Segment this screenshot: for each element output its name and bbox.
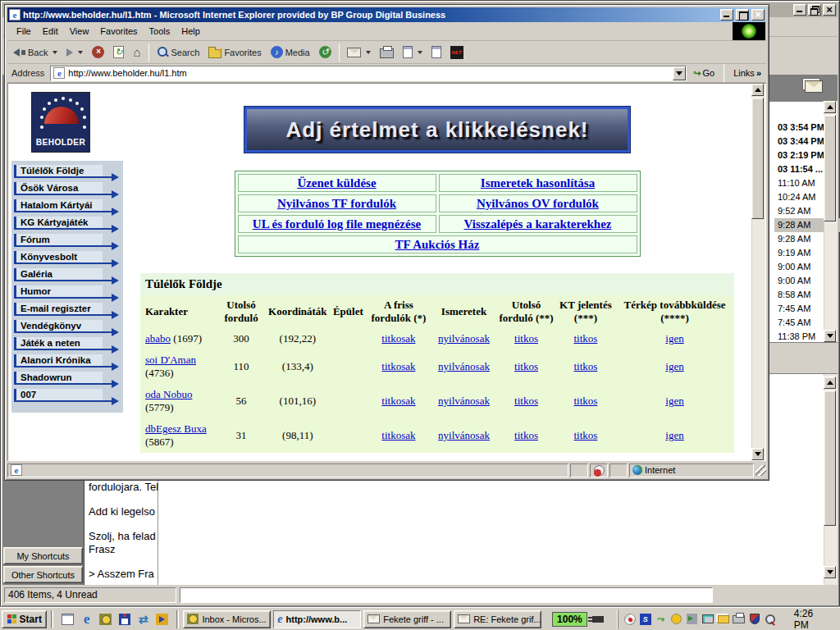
net-button[interactable]: NET bbox=[446, 43, 468, 62]
link-ismeretek-hasonlitasa[interactable]: Ismeretek hasonlítása bbox=[481, 176, 595, 189]
character-link[interactable]: dbEgesz Buxa bbox=[145, 422, 207, 435]
discuss-button[interactable] bbox=[427, 43, 445, 61]
links-chevron-icon[interactable]: » bbox=[756, 68, 761, 78]
knowledge-link[interactable]: nyilvánosak bbox=[438, 332, 490, 345]
character-link[interactable]: ababo bbox=[145, 332, 171, 345]
character-link[interactable]: soi D'Aman bbox=[145, 354, 196, 366]
lastturn-link[interactable]: titkos bbox=[514, 429, 538, 441]
edit-dropdown-icon[interactable] bbox=[418, 51, 422, 54]
map-link[interactable]: igen bbox=[665, 332, 683, 345]
hardware-eject-icon[interactable] bbox=[686, 613, 699, 626]
report-link[interactable]: titkos bbox=[573, 395, 597, 407]
nav-007[interactable]: 007 bbox=[14, 389, 103, 402]
link-uzenet-kuldese[interactable]: Üzenet küldése bbox=[297, 176, 376, 189]
forward-button[interactable] bbox=[62, 46, 87, 59]
report-link[interactable]: titkos bbox=[573, 332, 597, 345]
ie-titlebar[interactable]: e http://www.beholder.hu/l1.htm - Micros… bbox=[7, 7, 766, 22]
stop-button[interactable]: × bbox=[88, 43, 108, 61]
my-shortcuts-button[interactable]: My Shortcuts bbox=[3, 547, 83, 564]
outlook-icon[interactable] bbox=[98, 612, 112, 626]
maximize-button[interactable] bbox=[736, 9, 749, 21]
back-button[interactable]: Back bbox=[9, 45, 62, 60]
lastturn-link[interactable]: titkos bbox=[514, 360, 538, 372]
link-nyilvanos-tf-fordulok[interactable]: Nyilvános TF fordulók bbox=[277, 197, 396, 210]
knowledge-link[interactable]: nyilvánosak bbox=[438, 360, 490, 372]
nav-email-regiszter[interactable]: E-mail regiszter bbox=[14, 303, 103, 316]
search-button[interactable]: Search bbox=[153, 43, 204, 61]
back-dropdown-icon[interactable] bbox=[52, 51, 57, 54]
home-button[interactable]: ⌂ bbox=[129, 44, 144, 61]
fan-icon[interactable] bbox=[623, 613, 637, 626]
scroll-down-icon[interactable] bbox=[824, 330, 836, 342]
report-link[interactable]: titkos bbox=[573, 429, 597, 441]
forward-dropdown-icon[interactable] bbox=[78, 51, 83, 54]
report-link[interactable]: titkos bbox=[573, 360, 597, 372]
message-list-scrollbar[interactable] bbox=[824, 101, 838, 342]
mail-button[interactable] bbox=[343, 45, 375, 60]
nav-alanori-kronika[interactable]: Alanori Krónika bbox=[14, 354, 103, 368]
compose-mail-icon[interactable] bbox=[61, 612, 75, 626]
map-link[interactable]: igen bbox=[665, 395, 683, 407]
nav-humor[interactable]: Humor bbox=[14, 285, 103, 299]
mail-dropdown-icon[interactable] bbox=[366, 51, 371, 54]
internet-explorer-icon[interactable]: e bbox=[80, 612, 94, 626]
task-button-ie-active[interactable]: ehttp://www.b... bbox=[273, 610, 361, 628]
nav-osok-varosa[interactable]: Ősök Városa bbox=[14, 182, 103, 195]
media-player-icon[interactable] bbox=[155, 612, 169, 626]
minimize-button[interactable] bbox=[720, 9, 733, 21]
link-tf-aukcios-haz[interactable]: TF Aukciós Ház bbox=[395, 238, 480, 251]
favorites-button[interactable]: ★Favorites bbox=[204, 44, 265, 61]
scrollbar-thumb[interactable] bbox=[751, 98, 764, 219]
connection-icon[interactable]: ⤳ bbox=[655, 613, 668, 626]
close-button[interactable] bbox=[751, 9, 765, 21]
menu-file[interactable]: File bbox=[11, 24, 37, 39]
program-icon[interactable]: S bbox=[639, 613, 652, 626]
outlook-close-button[interactable] bbox=[823, 4, 836, 16]
knowledge-link[interactable]: nyilvánosak bbox=[438, 429, 490, 441]
links-toolbar[interactable]: Links» bbox=[730, 68, 765, 78]
preview-scrollbar[interactable] bbox=[824, 374, 838, 585]
fresh-link[interactable]: titkosak bbox=[381, 429, 415, 441]
menu-tools[interactable]: Tools bbox=[144, 24, 176, 39]
beholder-logo[interactable]: BEHOLDER bbox=[31, 92, 90, 153]
nav-vendegkonyv[interactable]: Vendégkönyv bbox=[14, 320, 103, 333]
character-link[interactable]: oda Nobuo bbox=[145, 388, 192, 400]
task-button-fekete-griff[interactable]: Fekete griff - ... bbox=[363, 610, 451, 628]
nav-shadowrun[interactable]: Shadowrun bbox=[14, 372, 103, 385]
magnifier-icon[interactable] bbox=[764, 613, 777, 626]
start-button[interactable]: Start bbox=[2, 610, 47, 628]
nav-forum[interactable]: Fórum bbox=[14, 234, 103, 247]
page-scrollbar[interactable] bbox=[751, 84, 765, 460]
scroll-down-icon[interactable] bbox=[751, 448, 764, 460]
go-button[interactable]: ↪Go bbox=[690, 66, 718, 80]
resize-grip[interactable] bbox=[756, 465, 766, 476]
scrollbar-thumb[interactable] bbox=[824, 390, 836, 526]
link-ul-log-file[interactable]: UL és forduló log file megnézése bbox=[253, 217, 421, 231]
nav-kg-kartyajatek[interactable]: KG Kártyajáték bbox=[14, 217, 103, 230]
history-button[interactable]: ↺ bbox=[315, 43, 336, 61]
taskbar-clock[interactable]: 4:26 PM bbox=[794, 608, 838, 630]
link-visszalepes[interactable]: Visszalépés a karakterekhez bbox=[464, 217, 612, 231]
floppy-save-icon[interactable] bbox=[117, 612, 131, 626]
menu-favorites[interactable]: Favorites bbox=[94, 24, 143, 39]
banner[interactable]: Adj értelmet a klikkelésnek! bbox=[244, 107, 630, 153]
print-button[interactable] bbox=[376, 43, 398, 61]
messenger-icon[interactable] bbox=[670, 613, 683, 626]
outlook-restore-button[interactable] bbox=[808, 4, 821, 16]
fresh-link[interactable]: titkosak bbox=[381, 395, 415, 407]
refresh-button[interactable]: ↻ bbox=[109, 43, 128, 61]
menu-help[interactable]: Help bbox=[176, 24, 206, 39]
address-input[interactable]: e http://www.beholder.hu/l1.htm bbox=[50, 66, 687, 81]
printer-icon[interactable] bbox=[733, 613, 746, 626]
link-nyilvanos-ov-fordulok[interactable]: Nyilvános OV fordulók bbox=[477, 197, 599, 210]
other-shortcuts-button[interactable]: Other Shortcuts bbox=[3, 566, 83, 583]
nav-galeria[interactable]: Galéria bbox=[14, 268, 103, 281]
antivirus-shield-icon[interactable] bbox=[748, 613, 761, 626]
address-dropdown-icon[interactable] bbox=[673, 66, 686, 80]
nav-konyvesbolt[interactable]: Könyvesbolt bbox=[14, 251, 103, 264]
edit-button[interactable] bbox=[399, 43, 427, 61]
task-button-inbox[interactable]: Inbox - Micros... bbox=[183, 610, 271, 628]
scroll-up-icon[interactable] bbox=[824, 101, 836, 113]
media-button[interactable]: ♪Media bbox=[267, 43, 314, 61]
scrollbar-thumb[interactable] bbox=[824, 115, 836, 221]
